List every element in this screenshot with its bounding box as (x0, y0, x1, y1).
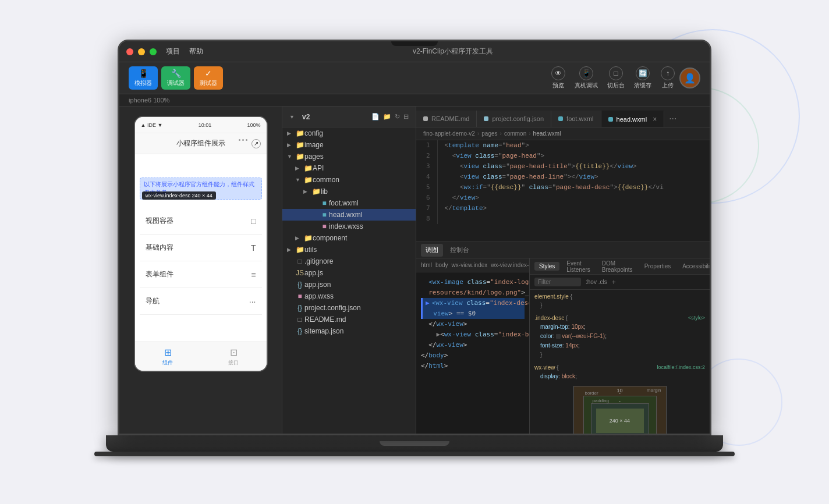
clear-cache-button[interactable]: 🔄 清缓存 (634, 66, 651, 90)
tree-item-head-wxml[interactable]: ▶ ■ head.wxml (282, 209, 416, 221)
tree-item-sitemap[interactable]: ▶ {} sitemap.json (282, 325, 416, 337)
tester-button[interactable]: ✓ 测试器 (194, 66, 223, 90)
background-button[interactable]: □ 切后台 (607, 66, 625, 90)
phone-expand-icon[interactable]: ↗ (251, 139, 261, 148)
tab-project-config[interactable]: project.config.json (477, 111, 551, 127)
tree-item-config[interactable]: ▶ 📁 config (282, 127, 416, 139)
bottom-panel-content: html body wx-view.index wx-view.index-hd… (416, 258, 710, 434)
tab-styles[interactable]: Styles (534, 262, 559, 271)
minimize-button[interactable] (138, 48, 145, 55)
phone-menu-dots[interactable]: ↗ (239, 139, 261, 148)
tab-readme[interactable]: README.md (416, 111, 477, 127)
laptop: 项目 帮助 v2-FinClip小程序开发工具 📱 模拟器 🔧 调试器 (109, 40, 720, 464)
maximize-button[interactable] (150, 48, 157, 55)
debugger-button[interactable]: 🔧 调试器 (161, 66, 190, 90)
tree-item-image[interactable]: ▶ 📁 image (282, 139, 416, 151)
code-line-2: 2 <view class="page-head"> (416, 151, 710, 161)
tree-item-app-js[interactable]: ▶ JS app.js (282, 267, 416, 279)
style-rules-content: element.style { } .index-desc { (530, 290, 710, 434)
tab-project-config-dot (484, 116, 488, 121)
tab-head-wxml-dot (608, 117, 613, 122)
wx-view-source[interactable]: localfile:/.index.css:2 (657, 364, 705, 370)
tab-readme-label: README.md (431, 115, 469, 122)
style-rule-index-desc: .index-desc { <style> margin-top: 10px; … (534, 315, 705, 360)
tree-item-foot-wxml[interactable]: ▶ ■ foot.wxml (282, 197, 416, 209)
sitemap-label: sitemap.json (304, 327, 343, 335)
bp-tab-console[interactable]: 控制台 (445, 244, 474, 257)
tree-item-app-wxss[interactable]: ▶ ■ app.wxss (282, 290, 416, 302)
menu-item-forms[interactable]: 表单组件 ≡ (140, 261, 262, 288)
tree-item-app-json[interactable]: ▶ {} app.json (282, 279, 416, 290)
close-button[interactable] (126, 48, 133, 55)
preview-label: 预览 (552, 81, 564, 90)
bottom-panel-tabs: 调图 控制台 (416, 242, 710, 258)
refresh-icon[interactable]: ↻ (395, 113, 400, 120)
line-code-3: <view class="page-head-title">{{title}}<… (437, 161, 710, 172)
menu-help[interactable]: 帮助 (189, 47, 203, 56)
tab-dom-breakpoints[interactable]: DOM Breakpoints (597, 259, 637, 274)
collapse-icon[interactable]: ⊟ (403, 113, 409, 120)
new-file-icon[interactable]: 📄 (371, 113, 380, 120)
breadcrumb-sep-2: › (500, 130, 502, 137)
code-line-3: 3 <view class="page-head-title">{{title}… (416, 161, 710, 172)
menu-item-views[interactable]: 视图容器 □ (140, 208, 262, 235)
breadcrumb-pages: pages (481, 130, 497, 137)
html-line-5: </wx-view> (421, 319, 525, 329)
tree-item-component[interactable]: ▶ 📁 component (282, 232, 416, 244)
tab-close-icon[interactable]: × (653, 115, 657, 123)
index-wxss-label: index.wxss (329, 222, 363, 230)
preview-button[interactable]: 👁 预览 (551, 66, 565, 90)
nav-api-icon: ⊡ (230, 347, 238, 358)
tree-item-project-config[interactable]: ▶ {} project.config.json (282, 302, 416, 314)
pages-label: pages (304, 152, 324, 161)
line-num-8: 8 (416, 214, 437, 224)
pseudoclass-toggle[interactable]: :hov .cls (586, 279, 607, 285)
menu-item-nav[interactable]: 导航 ··· (140, 288, 262, 315)
ibc-body[interactable]: body (435, 262, 448, 268)
menu-item-basic[interactable]: 基础内容 T (140, 235, 262, 261)
tab-properties[interactable]: Properties (640, 262, 676, 271)
tree-item-lib[interactable]: ▶ 📁 lib (282, 186, 416, 197)
tree-item-utils[interactable]: ▶ 📁 utils (282, 244, 416, 255)
ibc-wx-view-index[interactable]: wx-view.index (452, 262, 488, 268)
lib-folder-icon: 📁 (311, 187, 321, 196)
upload-button[interactable]: ↑ 上传 (661, 66, 675, 90)
tree-item-index-wxss[interactable]: ▶ ■ index.wxss (282, 221, 416, 232)
tree-item-gitignore[interactable]: ▶ □ .gitignore (282, 255, 416, 267)
style-filter-input[interactable] (534, 278, 581, 286)
code-line-6: 6 </view> (416, 193, 710, 203)
menu-item-views-label: 视图容器 (146, 216, 173, 226)
tree-item-api[interactable]: ▶ 📁 API (282, 162, 416, 174)
tab-head-wxml[interactable]: head.wxml × (601, 111, 665, 127)
ibc-wx-view-index-hd[interactable]: wx-view.index-hd (491, 262, 529, 268)
tab-foot-wxml[interactable]: foot.wxml (551, 111, 601, 127)
menu-item-views-icon: □ (251, 216, 256, 226)
tree-item-common[interactable]: ▼ 📁 common (282, 174, 416, 186)
tree-item-pages[interactable]: ▼ 📁 pages (282, 151, 416, 162)
gitignore-label: .gitignore (304, 257, 333, 265)
user-avatar[interactable]: 👤 (679, 68, 700, 88)
html-preview-content: <wx-image class="index-logo" src="../res… (416, 272, 529, 434)
style-inspector: Styles Event Listeners DOM Breakpoints P… (529, 258, 710, 434)
code-editor[interactable]: 1 <template name="head"> 2 <view class="… (416, 140, 710, 242)
menu-project[interactable]: 项目 (166, 47, 180, 56)
style-rule-wx-view: wx-view { localfile:/.index.css:2 displa… (534, 364, 705, 381)
line-num-4: 4 (416, 172, 437, 182)
tab-event-listeners[interactable]: Event Listeners (562, 259, 595, 274)
simulator-button[interactable]: 📱 模拟器 (129, 66, 158, 90)
new-folder-icon[interactable]: 📁 (383, 113, 391, 120)
device-name: iphone6 100% (129, 97, 169, 104)
nav-components[interactable]: ⊞ 组件 (162, 347, 173, 367)
tab-accessibility[interactable]: Accessibility (678, 262, 710, 271)
nav-api[interactable]: ⊡ 接口 (228, 347, 239, 367)
style-filter-bar: :hov .cls + (530, 275, 710, 290)
tree-item-readme[interactable]: ▶ □ README.md (282, 314, 416, 325)
phone-menu-list: 视图容器 □ 基础内容 T 表单组件 ≡ (140, 208, 262, 315)
bp-tab-dom[interactable]: 调图 (421, 244, 443, 257)
tab-more-button[interactable]: ··· (664, 111, 681, 127)
line-code-4: <view class="page-head-line"></view> (437, 172, 710, 182)
add-style-icon[interactable]: + (612, 278, 616, 286)
device-debug-button[interactable]: 📱 真机调试 (575, 66, 598, 90)
ibc-html[interactable]: html (421, 262, 432, 268)
menu-item-forms-icon: ≡ (251, 270, 256, 279)
